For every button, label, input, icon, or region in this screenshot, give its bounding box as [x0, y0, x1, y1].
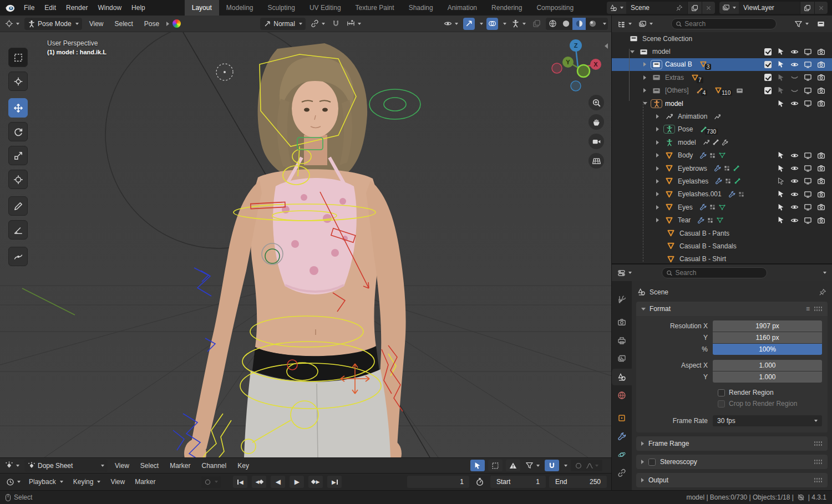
hide-toggle[interactable] — [788, 164, 801, 172]
outliner-row-pose[interactable]: Pose 730 — [612, 123, 832, 136]
expand-icon[interactable] — [656, 140, 659, 145]
menu-render[interactable]: Render — [61, 0, 93, 16]
proportional-toggle[interactable] — [573, 462, 584, 470]
orthographic-toggle-button[interactable] — [589, 153, 604, 169]
tab-layout[interactable]: Layout — [185, 0, 219, 16]
tool-select-box[interactable] — [8, 48, 28, 67]
playback-menu[interactable]: Playback — [26, 478, 67, 486]
timeline-editor-type-button[interactable] — [4, 476, 22, 488]
outliner-row-eyelashes[interactable]: Eyelashes — [612, 175, 832, 187]
auto-keying-toggle[interactable] — [204, 478, 211, 486]
frame-range-panel[interactable]: Frame Range — [636, 436, 828, 451]
viewport-disable-toggle[interactable] — [801, 86, 814, 95]
viewport-disable-toggle[interactable] — [801, 190, 814, 198]
camera-view-button[interactable] — [589, 134, 604, 149]
hide-toggle[interactable] — [788, 190, 801, 198]
hide-toggle[interactable] — [788, 151, 801, 160]
tab-modeling[interactable]: Modeling — [219, 0, 261, 16]
viewlayer-browse-button[interactable] — [719, 2, 739, 14]
dopesheet-box-select-tool[interactable] — [488, 460, 503, 471]
collection-checkbox[interactable] — [764, 48, 772, 55]
rainbow-sphere-icon[interactable] — [173, 19, 181, 28]
tab-uv-editing[interactable]: UV Editing — [302, 0, 348, 16]
render-disable-toggle[interactable] — [814, 48, 828, 56]
drag-grip-icon[interactable] — [814, 477, 823, 483]
dopesheet-key-menu[interactable]: Key — [234, 462, 253, 470]
jump-to-end-button[interactable]: ▶ — [327, 476, 342, 488]
shading-solid-button[interactable] — [559, 18, 572, 30]
keying-menu[interactable]: Keying — [70, 478, 104, 486]
falloff-dropdown[interactable] — [584, 462, 600, 470]
transform-orientation-dropdown[interactable]: Normal — [260, 18, 306, 30]
expand-icon[interactable] — [656, 192, 659, 196]
outliner-row-scene-collection[interactable]: Scene Collection — [612, 32, 832, 45]
selectable-toggle[interactable] — [774, 177, 788, 185]
viewlayer-new-button[interactable] — [800, 2, 814, 14]
drag-grip-icon[interactable] — [814, 459, 823, 465]
menu-file[interactable]: File — [19, 0, 39, 16]
tool-scale[interactable] — [8, 146, 28, 165]
tab-view-layer[interactable] — [612, 350, 632, 367]
dopesheet-snap-toggle[interactable] — [545, 460, 559, 471]
selectable-toggle[interactable] — [774, 216, 788, 225]
outliner-filter-dropdown[interactable] — [793, 18, 810, 30]
tab-animation[interactable]: Animation — [440, 0, 484, 16]
resolution-percent-field[interactable]: 100% — [713, 344, 822, 355]
tool-rotate[interactable] — [8, 122, 28, 141]
zoom-button[interactable] — [589, 95, 604, 110]
properties-options-dropdown[interactable] — [820, 267, 828, 279]
hide-toggle[interactable] — [788, 216, 801, 225]
tab-scene[interactable] — [612, 369, 632, 385]
scene-name-field[interactable]: Scene — [626, 4, 687, 12]
hide-toggle[interactable] — [788, 99, 801, 108]
hide-toggle[interactable] — [788, 177, 801, 185]
render-disable-toggle[interactable] — [814, 73, 828, 82]
selectable-toggle[interactable] — [774, 203, 788, 211]
gizmos-toggle[interactable] — [463, 18, 475, 30]
navigation-gizmo[interactable]: Z Y X — [547, 37, 605, 96]
outliner-row-eyebrows[interactable]: Eyebrows — [612, 162, 832, 175]
viewport-disable-toggle[interactable] — [801, 177, 814, 185]
expand-icon[interactable] — [643, 62, 646, 67]
outliner-row-others[interactable]: [Others] 4 110 — [612, 84, 832, 97]
presets-icon[interactable]: ≡ — [806, 305, 810, 313]
dopesheet-view-menu[interactable]: View — [111, 462, 133, 470]
selectable-toggle[interactable] — [774, 73, 788, 82]
menu-window[interactable]: Window — [93, 0, 126, 16]
shading-dropdown[interactable] — [599, 18, 608, 30]
proportional-editing-dropdown[interactable] — [345, 18, 363, 30]
previous-keyframe-button[interactable]: ◀ — [252, 476, 266, 488]
collection-checkbox[interactable] — [764, 87, 772, 94]
render-disable-toggle[interactable] — [814, 216, 828, 225]
render-disable-toggle[interactable] — [814, 86, 828, 95]
hide-toggle[interactable] — [788, 73, 801, 82]
mode-dropdown[interactable]: Pose Mode — [24, 18, 82, 30]
viewport-disable-toggle[interactable] — [801, 216, 814, 225]
render-disable-toggle[interactable] — [814, 177, 828, 185]
tab-tool[interactable] — [612, 291, 632, 308]
dopesheet-channel-menu[interactable]: Channel — [198, 462, 231, 470]
view-menu[interactable]: View — [85, 20, 108, 28]
scene-new-button[interactable] — [687, 2, 702, 14]
shading-rendered-button[interactable] — [586, 18, 599, 30]
render-disable-toggle[interactable] — [814, 99, 828, 108]
shading-material-button[interactable] — [572, 18, 586, 30]
hide-toggle[interactable] — [788, 48, 801, 56]
tab-output[interactable] — [612, 332, 632, 349]
stereoscopy-panel[interactable]: Stereoscopy — [636, 455, 828, 469]
expand-icon[interactable] — [656, 218, 659, 222]
tool-move[interactable] — [8, 98, 28, 118]
drag-grip-icon[interactable] — [814, 441, 823, 446]
outliner-row-tear[interactable]: Tear — [612, 213, 832, 226]
outliner-row-eyes[interactable]: Eyes — [612, 201, 832, 213]
outliner-search-input[interactable] — [684, 20, 772, 28]
snap-toggle[interactable] — [330, 18, 342, 30]
viewlayer-delete-button[interactable] — [814, 2, 828, 14]
tab-shading[interactable]: Shading — [402, 0, 440, 16]
dopesheet-mode-dropdown[interactable]: Dope Sheet — [24, 460, 108, 472]
tab-object[interactable] — [612, 410, 632, 426]
outliner-editor-type-button[interactable] — [616, 18, 633, 30]
pin-icon[interactable] — [819, 288, 826, 296]
timeline-view-menu[interactable]: View — [107, 478, 128, 486]
outliner-row-body[interactable]: Body — [612, 149, 832, 162]
